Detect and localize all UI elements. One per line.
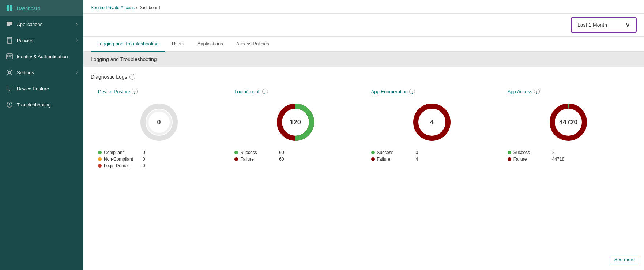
sidebar-item-applications[interactable]: Applications › — [0, 16, 83, 32]
policies-icon — [6, 37, 13, 44]
legend-compliant: Compliant 0 — [98, 150, 145, 155]
tab-logging[interactable]: Logging and Troubleshooting — [91, 37, 165, 52]
sidebar-dashboard-label: Dashboard — [17, 5, 40, 11]
app-access-legend: Success 2 Failure 44718 — [508, 150, 564, 163]
app-access-donut: 44720 — [546, 100, 590, 144]
login-logoff-total: 120 — [290, 119, 301, 126]
device-posture-donut: 0 — [137, 100, 181, 144]
app-enumeration-legend: Success 0 Failure 4 — [371, 150, 418, 163]
tab-access-policies[interactable]: Access Policies — [230, 37, 276, 52]
legend-failure-access: Failure 44718 — [508, 157, 564, 162]
sidebar-device-posture-label: Device Posture — [17, 86, 49, 91]
sidebar: Dashboard Applications › Policies › — [0, 0, 83, 270]
svg-rect-7 — [7, 37, 12, 43]
sidebar-policies-label: Policies — [17, 38, 33, 43]
svg-rect-2 — [7, 8, 9, 11]
svg-point-15 — [8, 71, 11, 74]
sidebar-settings-label: Settings — [17, 70, 34, 75]
tabs-bar: Logging and Troubleshooting Users Applic… — [83, 37, 644, 52]
login-logoff-info-icon[interactable]: i — [262, 89, 268, 94]
sidebar-item-settings[interactable]: Settings › — [0, 64, 83, 80]
settings-icon — [6, 69, 13, 76]
svg-rect-6 — [7, 25, 10, 26]
device-posture-info-icon[interactable]: i — [132, 89, 138, 94]
tab-users[interactable]: Users — [165, 37, 191, 52]
diagnostic-logs-title: Diagnostic Logs i — [91, 74, 637, 80]
chart-login-logoff: Login/Logoff i 120 Success 60 — [227, 89, 364, 163]
charts-row: Device Posture i 0 Compliant 0 — [91, 89, 637, 170]
legend-failure-login: Failure 60 — [234, 157, 284, 162]
see-more-link[interactable]: See more — [611, 255, 638, 264]
svg-rect-16 — [7, 86, 12, 90]
failure-dot — [371, 157, 375, 161]
tab-applications[interactable]: Applications — [191, 37, 230, 52]
non-compliant-dot — [98, 157, 102, 161]
identity-icon — [6, 53, 13, 60]
chevron-right-icon: › — [76, 38, 78, 43]
sidebar-troubleshooting-label: Troubleshooting — [17, 102, 51, 108]
device-posture-icon — [6, 85, 13, 92]
app-enumeration-info-icon[interactable]: i — [409, 89, 415, 94]
svg-rect-0 — [7, 5, 9, 8]
content-area: Diagnostic Logs i Device Posture i 0 — [83, 67, 644, 270]
main-content: Secure Private Access › Dashboard Last 1… — [83, 0, 644, 270]
chevron-down-icon: ∨ — [625, 21, 630, 29]
sidebar-applications-label: Applications — [17, 22, 42, 27]
sidebar-item-identity[interactable]: Identity & Authentication — [0, 48, 83, 64]
chart-app-access: App Access i 44720 Success 2 — [500, 89, 637, 163]
sidebar-item-dashboard[interactable]: Dashboard — [0, 0, 83, 16]
app-enumeration-link[interactable]: App Enumeration i — [371, 89, 415, 94]
date-filter-label: Last 1 Month — [577, 22, 607, 28]
login-logoff-link[interactable]: Login/Logoff i — [234, 89, 268, 94]
app-access-link[interactable]: App Access i — [508, 89, 540, 94]
section-title: Logging and Troubleshooting — [91, 56, 157, 62]
applications-icon — [6, 20, 13, 28]
svg-rect-5 — [7, 23, 12, 25]
app-access-info-icon[interactable]: i — [534, 89, 540, 94]
legend-login-denied: Login Denied 0 — [98, 163, 145, 168]
failure-dot — [508, 157, 511, 161]
breadcrumb: Secure Private Access › Dashboard — [83, 0, 644, 14]
legend-success-access: Success 2 — [508, 150, 564, 155]
app-enumeration-total: 4 — [430, 119, 434, 126]
svg-rect-3 — [10, 8, 12, 11]
svg-point-21 — [9, 106, 10, 106]
app-access-total: 44720 — [559, 119, 577, 126]
legend-success-login: Success 60 — [234, 150, 284, 155]
header-bar: Last 1 Month ∨ — [83, 14, 644, 37]
sidebar-identity-label: Identity & Authentication — [17, 54, 68, 59]
login-logoff-legend: Success 60 Failure 60 — [234, 150, 284, 163]
success-dot — [371, 151, 375, 154]
svg-rect-1 — [10, 5, 12, 8]
success-dot — [234, 151, 238, 154]
success-dot — [508, 151, 511, 154]
svg-point-12 — [8, 55, 10, 57]
legend-failure-enum: Failure 4 — [371, 157, 418, 162]
login-logoff-donut: 120 — [274, 100, 317, 144]
section-header: Logging and Troubleshooting — [83, 52, 644, 67]
breadcrumb-separator: › — [136, 5, 137, 10]
chevron-right-icon: › — [76, 22, 78, 27]
legend-success-enum: Success 0 — [371, 150, 418, 155]
troubleshooting-icon — [6, 101, 13, 108]
breadcrumb-parent[interactable]: Secure Private Access — [91, 5, 135, 10]
chart-device-posture: Device Posture i 0 Compliant 0 — [91, 89, 227, 170]
date-filter-dropdown[interactable]: Last 1 Month ∨ — [571, 17, 637, 33]
sidebar-item-policies[interactable]: Policies › — [0, 32, 83, 48]
compliant-dot — [98, 151, 102, 154]
dashboard-icon — [6, 4, 13, 12]
device-posture-total: 0 — [157, 119, 161, 126]
chevron-right-icon: › — [76, 70, 78, 75]
device-posture-link[interactable]: Device Posture i — [98, 89, 138, 94]
chart-app-enumeration: App Enumeration i 4 Success 0 — [364, 89, 500, 163]
sidebar-item-troubleshooting[interactable]: Troubleshooting — [0, 97, 83, 113]
sidebar-item-device-posture[interactable]: Device Posture — [0, 80, 83, 97]
failure-dot — [234, 157, 238, 161]
app-enumeration-donut: 4 — [410, 100, 454, 144]
svg-rect-4 — [7, 22, 12, 23]
login-denied-dot — [98, 164, 102, 168]
diagnostic-info-icon[interactable]: i — [129, 74, 135, 80]
legend-non-compliant: Non-Compliant 0 — [98, 157, 145, 162]
breadcrumb-current: Dashboard — [139, 5, 160, 10]
device-posture-legend: Compliant 0 Non-Compliant 0 Login Denied… — [98, 150, 145, 170]
